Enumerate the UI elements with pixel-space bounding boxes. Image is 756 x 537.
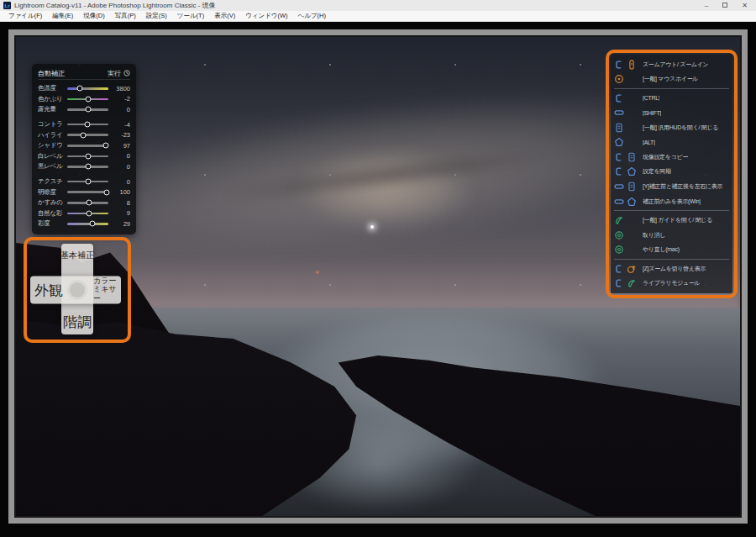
shortcut-label: ズームアウト/ ズームイン — [643, 61, 708, 69]
exposure-slider[interactable] — [67, 108, 108, 111]
slider-knob[interactable] — [90, 221, 96, 227]
shortcut-label: [一般] マウスホイール — [643, 75, 698, 83]
window-title: Lightroom Catalog-v11 - Adobe Photoshop … — [14, 1, 705, 10]
slider-value[interactable]: 29 — [112, 220, 130, 228]
menu-settings[interactable]: 設定(S) — [141, 12, 172, 20]
slider-value[interactable]: 0 — [112, 152, 130, 160]
close-button[interactable]: ✕ — [742, 3, 748, 9]
shortcut-row: [Y]補正前と補正後を左右に表示 — [614, 179, 729, 194]
slider-row-saturation: 彩度 29 — [38, 218, 130, 229]
key-bracket-icon — [614, 264, 624, 274]
slider-knob[interactable] — [85, 164, 91, 170]
minimize-button[interactable]: – — [705, 3, 708, 9]
annotation-highlight-shortcuts: ズームアウト/ ズームイン [一般] マウスホイール [CTRL] [SHI — [606, 50, 738, 298]
slider-knob[interactable] — [87, 200, 92, 206]
highlights-slider[interactable] — [67, 134, 108, 136]
shortcut-label: 現像設定をコピー — [643, 153, 688, 161]
key-pill-icon — [614, 108, 624, 118]
slider-value[interactable]: 8 — [112, 199, 130, 207]
slider-value[interactable]: -23 — [112, 131, 130, 139]
slider-value[interactable]: 0 — [112, 163, 130, 171]
shortcut-label: [Y]補正前と補正後を左右に表示 — [643, 182, 722, 191]
slider-knob[interactable] — [84, 122, 90, 128]
shortcut-row: [一般] 汎用HUDを開く/ 閉じる — [614, 120, 729, 135]
slider-value[interactable]: -4 — [112, 121, 130, 129]
shortcut-row: 現像設定をコピー — [614, 150, 729, 165]
shortcut-row: 取り消し — [614, 228, 729, 243]
dehaze-slider[interactable] — [67, 202, 108, 204]
slider-knob[interactable] — [80, 132, 86, 138]
whites-slider[interactable] — [67, 155, 108, 158]
key-bracket-icon — [614, 60, 624, 70]
temperature-slider[interactable] — [67, 87, 108, 90]
shortcut-row: やり直し(mac) — [614, 242, 729, 257]
slider-row-shadows: シャドウ 97 — [38, 140, 130, 151]
shortcut-row: ズームアウト/ ズームイン — [614, 57, 729, 72]
panel-title: 自動補正 — [38, 69, 65, 78]
slider-value[interactable]: 0 — [112, 178, 130, 186]
nav-hud-center-knob[interactable] — [67, 280, 87, 300]
slider-knob[interactable] — [103, 143, 109, 149]
shadows-slider[interactable] — [67, 145, 108, 147]
saturation-slider[interactable] — [67, 223, 108, 225]
menu-file[interactable]: ファイル(F) — [3, 12, 47, 20]
menu-photo[interactable]: 写真(P) — [110, 12, 141, 20]
clarity-slider[interactable] — [67, 191, 108, 193]
auto-correct-panel: 自動補正 実行 色温度 3800 色かぶり -2 露光量 0 コントラ — [32, 64, 136, 234]
slider-row-texture: テクスチ 0 — [38, 176, 130, 187]
slider-value[interactable]: -2 — [112, 95, 130, 103]
menu-window[interactable]: ウィンドウ(W) — [240, 12, 292, 20]
slider-knob[interactable] — [103, 189, 109, 195]
menu-develop[interactable]: 現像(D) — [78, 12, 109, 20]
slider-label: 自然な彩 — [38, 209, 64, 218]
slider-knob[interactable] — [86, 96, 92, 102]
slider-label: ハイライ — [38, 131, 64, 140]
menu-help[interactable]: ヘルプ(H) — [293, 12, 331, 20]
shortcut-label: [一般] 汎用HUDを開く/ 閉じる — [643, 124, 718, 132]
slider-value[interactable]: 100 — [112, 188, 130, 196]
key-pentagon-icon — [614, 137, 624, 147]
nav-color-mixer-button[interactable]: カラーミキサー — [93, 276, 123, 303]
nav-tone-button[interactable]: 階調 — [63, 313, 92, 332]
slider-row-clarity: 明瞭度 100 — [38, 187, 130, 197]
menu-edit[interactable]: 編集(E) — [47, 12, 78, 20]
blacks-slider[interactable] — [67, 166, 108, 168]
slider-knob[interactable] — [76, 86, 82, 92]
key-pentagon-icon — [627, 166, 637, 176]
title-bar: Lr Lightroom Catalog-v11 - Adobe Photosh… — [0, 0, 756, 11]
slider-label: 色かぶり — [38, 95, 64, 103]
vibrance-slider[interactable] — [67, 213, 108, 215]
slider-value[interactable]: 3800 — [112, 85, 130, 92]
texture-slider[interactable] — [67, 181, 108, 183]
history-clock-icon — [123, 70, 130, 76]
group-divider — [614, 259, 729, 260]
nav-basic-correction-button[interactable]: 基本補正 — [60, 250, 94, 261]
maximize-button[interactable] — [722, 3, 727, 9]
menu-tools[interactable]: ツール(T) — [172, 12, 209, 20]
menu-view[interactable]: 表示(V) — [209, 12, 240, 20]
slider-value[interactable]: 0 — [112, 106, 130, 113]
slider-knob[interactable] — [85, 179, 91, 185]
mouse-wheel-vertical-icon — [627, 60, 637, 70]
run-button[interactable]: 実行 — [108, 69, 130, 78]
group-divider — [614, 210, 729, 211]
slider-knob[interactable] — [87, 210, 92, 216]
slider-value[interactable]: 9 — [112, 209, 130, 217]
slider-knob[interactable] — [85, 107, 91, 113]
guide-curve-icon — [614, 215, 624, 225]
shortcuts-legend-panel: ズームアウト/ ズームイン [一般] マウスホイール [CTRL] [SHI — [611, 55, 732, 293]
nav-appearance-button[interactable]: 外観 — [34, 281, 63, 300]
hud-panel-icon — [627, 182, 637, 192]
slider-value[interactable]: 97 — [112, 142, 130, 150]
key-pill-icon — [614, 197, 624, 207]
shortcut-row: [SHIFT] — [614, 106, 729, 121]
slider-label: かすみの — [38, 198, 64, 207]
tint-slider[interactable] — [67, 98, 108, 101]
menu-bar: ファイル(F) 編集(E) 現像(D) 写真(P) 設定(S) ツール(T) 表… — [0, 11, 756, 22]
contrast-slider[interactable] — [67, 124, 108, 126]
shortcut-label: [Z]ズームを切り替え表示 — [643, 265, 706, 273]
run-label: 実行 — [108, 69, 121, 78]
maximize-icon — [722, 3, 727, 8]
slider-knob[interactable] — [85, 153, 91, 159]
shortcut-label: 補正前のみを表示(Win) — [643, 197, 701, 206]
